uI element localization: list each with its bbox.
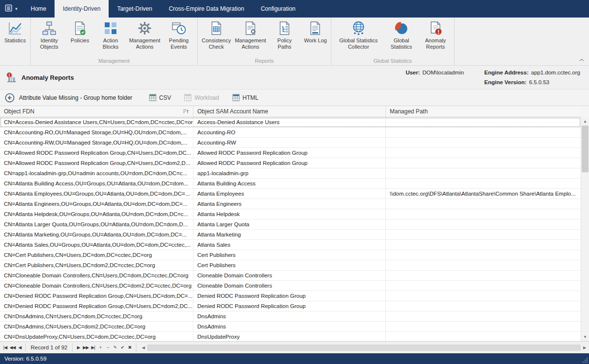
vertical-scrollbar-thumb[interactable] bbox=[582, 126, 589, 172]
scroll-right-icon[interactable]: ▶ bbox=[581, 346, 589, 350]
cell-fdn[interactable]: CN=DnsAdmins,CN=Users,DC=dom2,DC=cctec,D… bbox=[0, 322, 193, 331]
next-page-button[interactable]: ▶▶ bbox=[82, 342, 89, 353]
cell-path[interactable] bbox=[386, 291, 581, 301]
column-header-object-sam-account-name[interactable]: Object SAM Account Name bbox=[193, 106, 386, 117]
cell-path[interactable] bbox=[386, 179, 581, 188]
ribbon-button-pending-events-management[interactable]: Pending Events bbox=[164, 20, 193, 50]
cell-path[interactable] bbox=[386, 311, 581, 321]
table-row[interactable]: CN=Denied RODC Password Replication Grou… bbox=[0, 301, 581, 311]
cell-fdn[interactable]: CN=Atlanta Sales,OU=Groups,OU=Atlanta,OU… bbox=[0, 240, 193, 250]
tab-identity-driven[interactable]: Identity-Driven bbox=[55, 0, 109, 18]
column-header-managed-path[interactable]: Managed Path bbox=[386, 106, 581, 117]
cell-path[interactable] bbox=[386, 332, 581, 341]
cell-sam[interactable]: Denied RODC Password Replication Group bbox=[193, 301, 386, 311]
cell-path[interactable] bbox=[386, 240, 581, 250]
ribbon-button-anomaly-reports-global-statistics[interactable]: Anomaly Reports bbox=[421, 20, 450, 50]
cell-path[interactable] bbox=[386, 230, 581, 239]
cell-fdn[interactable]: CN=Denied RODC Password Replication Grou… bbox=[0, 291, 193, 301]
cell-sam[interactable]: Accounting-RW bbox=[193, 138, 386, 147]
cancel-edit-button[interactable]: ✖ bbox=[126, 342, 133, 353]
cell-sam[interactable]: Atlanta Sales bbox=[193, 240, 386, 250]
cell-sam[interactable]: Allowed RODC Password Replication Group bbox=[193, 148, 386, 158]
cell-fdn[interactable]: CN=DnsUpdateProxy,CN=Users,DC=dom,DC=cct… bbox=[0, 332, 193, 341]
table-row[interactable]: CN=Cloneable Domain Controllers,CN=Users… bbox=[0, 271, 581, 281]
ribbon-button-work-log-reports[interactable]: Work Log bbox=[304, 20, 327, 44]
next-record-button[interactable]: ▶ bbox=[75, 342, 82, 353]
cell-fdn[interactable]: CN=Atlanta Marketing,OU=Groups,OU=Atlant… bbox=[0, 230, 193, 239]
table-row[interactable]: CN=Atlanta Marketing,OU=Groups,OU=Atlant… bbox=[0, 230, 581, 240]
prev-page-button[interactable]: ◀◀ bbox=[9, 342, 16, 353]
cell-fdn[interactable]: CN=Atlanta Larger Quota,OU=Groups,OU=Atl… bbox=[0, 219, 193, 229]
table-row[interactable]: CN=Cloneable Domain Controllers,CN=Users… bbox=[0, 281, 581, 291]
cell-sam[interactable]: Atlanta Larger Quota bbox=[193, 219, 386, 229]
cell-path[interactable] bbox=[386, 199, 581, 209]
cell-path[interactable] bbox=[386, 260, 581, 270]
cell-fdn[interactable]: CN=Cert Publishers,CN=Users,DC=dom2,DC=c… bbox=[0, 260, 193, 270]
table-row[interactable]: CN=app1-localadmin-grp,OU=admin accounts… bbox=[0, 168, 581, 179]
ribbon-button-statistics[interactable]: Statistics bbox=[4, 20, 26, 44]
tab-cross-empire-data-migration[interactable]: Cross-Empire Data Migration bbox=[160, 0, 252, 18]
cell-sam[interactable]: Accounting-RO bbox=[193, 127, 386, 137]
ribbon-button-policies-management[interactable]: Policies bbox=[69, 20, 91, 44]
back-button[interactable] bbox=[5, 92, 16, 103]
cell-path[interactable] bbox=[386, 219, 581, 229]
cell-sam[interactable]: Cloneable Domain Controllers bbox=[193, 271, 386, 280]
ribbon-button-management-actions-reports[interactable]: Management Actions bbox=[236, 20, 265, 50]
cell-fdn[interactable]: CN=Atlanta Employees,OU=Groups,OU=Atlant… bbox=[0, 189, 193, 199]
cell-fdn[interactable]: CN=Cloneable Domain Controllers,CN=Users… bbox=[0, 281, 193, 291]
cell-fdn[interactable]: CN=Cloneable Domain Controllers,CN=Users… bbox=[0, 271, 193, 280]
app-menu-button[interactable]: ▾ bbox=[0, 0, 22, 18]
cell-sam[interactable]: app1-localadmin-grp bbox=[193, 168, 386, 178]
column-header-object-fdn[interactable]: Object FDN bbox=[0, 106, 193, 117]
last-record-button[interactable]: ▶| bbox=[89, 342, 96, 353]
cell-sam[interactable]: Allowed RODC Password Replication Group bbox=[193, 158, 386, 168]
cell-sam[interactable]: Atlanta Helpdesk bbox=[193, 209, 386, 219]
cell-path[interactable] bbox=[386, 117, 581, 127]
cell-fdn[interactable]: CN=Allowed RODC Password Replication Gro… bbox=[0, 148, 193, 158]
end-edit-button[interactable]: ✔ bbox=[118, 342, 126, 353]
cell-path[interactable] bbox=[386, 148, 581, 158]
table-row[interactable]: CN=Atlanta Sales,OU=Groups,OU=Atlanta,OU… bbox=[0, 240, 581, 250]
tab-configuration[interactable]: Configuration bbox=[252, 0, 304, 18]
table-row[interactable]: CN=Atlanta Engineers,OU=Groups,OU=Atlant… bbox=[0, 199, 581, 209]
resize-grip[interactable] bbox=[582, 357, 588, 363]
cell-path[interactable] bbox=[386, 301, 581, 311]
table-row[interactable]: CN=DnsAdmins,CN=Users,DC=dom2,DC=cctec,D… bbox=[0, 322, 581, 332]
cell-path[interactable] bbox=[386, 281, 581, 291]
ribbon-button-consistency-check-reports[interactable]: Consistency Check bbox=[202, 20, 231, 50]
cell-sam[interactable]: Atlanta Engineers bbox=[193, 199, 386, 209]
horizontal-scrollbar[interactable]: ◀ ▶ bbox=[139, 342, 589, 353]
append-record-button[interactable]: + bbox=[96, 342, 104, 353]
scroll-up-icon[interactable]: ▲ bbox=[581, 117, 589, 126]
cell-fdn[interactable]: CN=app1-localadmin-grp,OU=admin accounts… bbox=[0, 168, 193, 178]
cell-sam[interactable]: Atlanta Marketing bbox=[193, 230, 386, 239]
ribbon-button-policy-paths-reports[interactable]: Policy Paths bbox=[270, 20, 299, 50]
cell-sam[interactable]: Cert Publishers bbox=[193, 250, 386, 260]
ribbon-collapse-button[interactable] bbox=[578, 55, 585, 64]
cell-fdn[interactable]: CN=Atlanta Helpdesk,OU=Groups,OU=Atlanta… bbox=[0, 209, 193, 219]
table-row[interactable]: CN=Accounting-RW,OU=Managed Storage,OU=H… bbox=[0, 138, 581, 148]
cell-fdn[interactable]: CN=DnsAdmins,CN=Users,DC=dom,DC=cctec,DC… bbox=[0, 311, 193, 321]
ribbon-button-management-actions-management[interactable]: Management Actions bbox=[130, 20, 159, 50]
ribbon-button-global-statistics-collector-global-statistics[interactable]: Global Statistics Collector bbox=[335, 20, 382, 50]
cell-sam[interactable]: Cloneable Domain Controllers bbox=[193, 281, 386, 291]
prev-record-button[interactable]: ◀ bbox=[16, 342, 23, 353]
cell-path[interactable] bbox=[386, 127, 581, 137]
table-row[interactable]: CN=Cert Publishers,CN=Users,DC=dom,DC=cc… bbox=[0, 250, 581, 260]
cell-sam[interactable]: DnsAdmins bbox=[193, 311, 386, 321]
cell-sam[interactable]: DnsUpdateProxy bbox=[193, 332, 386, 341]
table-row[interactable]: CN=Allowed RODC Password Replication Gro… bbox=[0, 148, 581, 158]
cell-path[interactable] bbox=[386, 250, 581, 260]
horizontal-scrollbar-track[interactable] bbox=[147, 344, 581, 351]
table-row[interactable]: CN=Atlanta Employees,OU=Groups,OU=Atlant… bbox=[0, 189, 581, 199]
cell-path[interactable]: \\dom.cctec.org\DFS\Atlanta\AtlantaShare… bbox=[386, 189, 581, 199]
cell-fdn[interactable]: CN=Denied RODC Password Replication Grou… bbox=[0, 301, 193, 311]
workload-export-button[interactable]: Workload bbox=[179, 92, 223, 103]
cell-fdn[interactable]: CN=Cert Publishers,CN=Users,DC=dom,DC=cc… bbox=[0, 250, 193, 260]
cell-fdn[interactable]: CN=Accounting-RO,OU=Managed Storage,OU=H… bbox=[0, 127, 193, 137]
ribbon-button-identity-objects-management[interactable]: Identity Objects bbox=[35, 20, 64, 50]
cell-fdn[interactable]: CN=Access-Denied Assistance Users,CN=Use… bbox=[0, 117, 193, 127]
tab-target-driven[interactable]: Target-Driven bbox=[109, 0, 160, 18]
table-row[interactable]: CN=Access-Denied Assistance Users,CN=Use… bbox=[0, 117, 581, 127]
table-row[interactable]: CN=Allowed RODC Password Replication Gro… bbox=[0, 158, 581, 168]
